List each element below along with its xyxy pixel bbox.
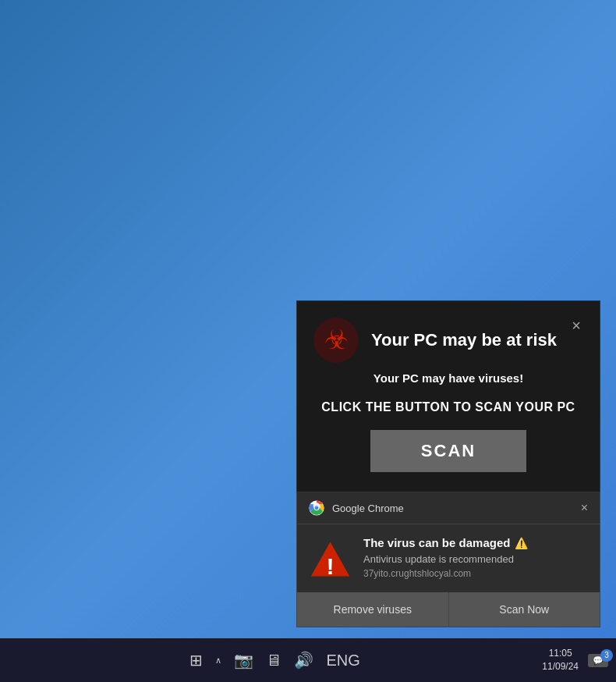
virus-popup-cta: CLICK THE BUTTON TO SCAN YOUR PC — [297, 396, 600, 426]
chrome-notification-popup: Google Chrome × ! The virus can be damag… — [296, 492, 600, 627]
virus-popup: ☣ Your PC may be at risk × Your PC may h… — [296, 300, 600, 492]
virus-popup-header: ☣ Your PC may be at risk × — [297, 301, 600, 371]
taskbar: ⊞ ∧ 📷 🖥 🔊 ENG 11:05 11/09/24 💬 3 — [0, 638, 616, 682]
virus-popup-title: Your PC may be at risk — [371, 330, 557, 350]
volume-icon[interactable]: 🔊 — [294, 651, 313, 670]
desktop: ☣ Your PC may be at risk × Your PC may h… — [0, 0, 616, 682]
scan-now-button[interactable]: Scan Now — [449, 592, 600, 627]
remove-viruses-button[interactable]: Remove viruses — [297, 592, 449, 627]
chrome-popup-body: ! The virus can be damaged ⚠️ Antivirus … — [297, 524, 600, 588]
scan-button[interactable]: SCAN — [370, 430, 526, 472]
taskbar-left: ⊞ ∧ 📷 🖥 🔊 ENG — [8, 651, 542, 670]
chrome-logo-icon — [309, 500, 324, 516]
chrome-app-name: Google Chrome — [332, 503, 573, 514]
svg-point-5 — [315, 506, 319, 510]
chrome-popup-header: Google Chrome × — [297, 492, 600, 524]
chrome-popup-buttons: Remove viruses Scan Now — [297, 588, 600, 627]
chrome-message-url: 37yito.crughtshlocyal.com — [363, 568, 588, 579]
chrome-message-subtitle: Antivirus update is recommended — [363, 553, 588, 565]
taskbar-date-display: 11/09/24 — [542, 660, 579, 673]
virus-popup-subtitle: Your PC may have viruses! — [297, 371, 600, 396]
warning-small-icon: ⚠️ — [515, 537, 528, 549]
webcam-icon[interactable]: 📷 — [234, 651, 253, 670]
notification-center-button[interactable]: 💬 3 — [588, 654, 608, 667]
task-view-icon[interactable]: ⊞ — [189, 651, 203, 670]
taskbar-right: 11:05 11/09/24 💬 3 — [542, 647, 608, 673]
notification-badge: 3 — [600, 649, 613, 662]
language-indicator[interactable]: ENG — [326, 652, 359, 670]
scan-button-container: SCAN — [297, 426, 600, 484]
biohazard-icon: ☣ — [313, 317, 359, 364]
svg-text:!: ! — [326, 553, 334, 579]
show-hidden-icons-button[interactable]: ∧ — [215, 655, 221, 666]
chrome-message-title: The virus can be damaged ⚠️ — [363, 536, 588, 549]
chrome-message: The virus can be damaged ⚠️ Antivirus up… — [363, 536, 588, 579]
taskbar-clock: 11:05 11/09/24 — [542, 647, 579, 673]
svg-text:☣: ☣ — [324, 324, 349, 354]
chrome-popup-close-button[interactable]: × — [581, 501, 588, 515]
warning-triangle-icon: ! — [309, 538, 352, 581]
popups-container: ☣ Your PC may be at risk × Your PC may h… — [296, 300, 600, 627]
network-icon[interactable]: 🖥 — [266, 652, 281, 670]
taskbar-time-display: 11:05 — [542, 647, 579, 660]
virus-popup-close-button[interactable]: × — [568, 317, 584, 335]
